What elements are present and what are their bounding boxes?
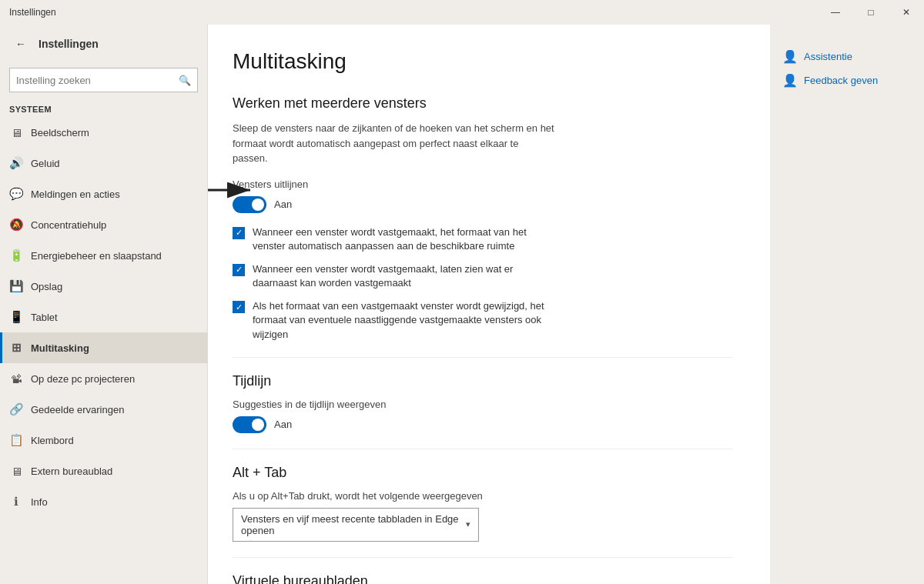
nav-label-opslag: Opslag <box>31 281 62 292</box>
nav-icon-energiebeheer: 🔋 <box>9 249 23 262</box>
sidebar-header: ← Instellingen <box>0 25 207 63</box>
sidebar-item-info[interactable]: ℹ Info <box>0 486 207 517</box>
sidebar-item-tablet[interactable]: 📱 Tablet <box>0 302 207 332</box>
nav-label-energiebeheer: Energiebeheer en slaapstand <box>31 250 162 262</box>
checkbox-0[interactable] <box>233 227 245 239</box>
titlebar-title: Instellingen <box>9 7 56 18</box>
nav-icon-opslag: 💾 <box>9 279 23 293</box>
nav-icon-concentratiehulp: 🔕 <box>9 218 23 232</box>
checkbox-label-0: Wanneer een venster wordt vastgemaakt, h… <box>253 225 556 253</box>
nav-label-extern: Extern bureaublad <box>31 466 112 477</box>
alttab-dropdown-value: Vensters en vijf meest recente tabbladen… <box>241 513 466 536</box>
search-box[interactable]: 🔍 <box>9 68 198 92</box>
nav-label-beeldscherm: Beeldscherm <box>31 127 89 138</box>
vensters-uitlijnen-label: Vensters uitlijnen <box>233 179 733 190</box>
search-input[interactable] <box>16 75 179 86</box>
checkbox-row-2: Als het formaat van een vastgemaakt vens… <box>233 299 556 342</box>
sidebar-item-projecteren[interactable]: 📽 Op deze pc projecteren <box>0 363 207 394</box>
toggle-knob <box>252 199 264 211</box>
nav-label-projecteren: Op deze pc projecteren <box>31 373 135 385</box>
vensters-description: Sleep de vensters naar de zijkanten of d… <box>233 121 556 166</box>
nav-label-concentratiehulp: Concentratiehulp <box>31 219 106 231</box>
right-links: 👤 Assistentie 👤 Feedback geven <box>782 49 912 88</box>
nav-icon-beeldscherm: 🖥 <box>9 125 23 139</box>
system-section-label: Systeem <box>0 100 207 117</box>
chevron-down-icon: ▾ <box>466 519 470 529</box>
tijdlijn-toggle-row: Aan <box>233 416 733 433</box>
right-panel: 👤 Assistentie 👤 Feedback geven <box>770 25 924 584</box>
sidebar-title: Instellingen <box>38 38 99 50</box>
tijdlijn-heading: Tijdlijn <box>233 373 733 389</box>
nav-label-info: Info <box>31 496 48 508</box>
app-container: ← Instellingen 🔍 Systeem 🖥 Beeldscherm 🔊… <box>0 25 924 584</box>
nav-icon-gedeelde: 🔗 <box>9 402 23 416</box>
back-button[interactable]: ← <box>9 32 32 55</box>
right-link-label-assistentie: Assistentie <box>804 51 852 62</box>
right-link-icon-assistentie: 👤 <box>782 49 798 64</box>
right-link-label-feedback: Feedback geven <box>804 75 878 86</box>
nav-label-gedeelde: Gedeelde ervaringen <box>31 404 124 415</box>
checkbox-row-1: Wanneer een venster wordt vastgemaakt, l… <box>233 262 556 290</box>
right-link-icon-feedback: 👤 <box>782 73 798 88</box>
checkbox-label-1: Wanneer een venster wordt vastgemaakt, l… <box>253 262 556 290</box>
vensters-uitlijnen-toggle[interactable] <box>233 196 266 213</box>
nav-label-meldingen: Meldingen en acties <box>31 189 120 200</box>
nav-list: 🖥 Beeldscherm 🔊 Geluid 💬 Meldingen en ac… <box>0 117 207 517</box>
alttab-dropdown-wrapper: Vensters en vijf meest recente tabbladen… <box>233 508 733 542</box>
vensters-uitlijnen-toggle-label: Aan <box>274 199 292 210</box>
checkbox-1[interactable] <box>233 264 245 276</box>
close-button[interactable]: ✕ <box>889 0 924 25</box>
tijdlijn-suggesties-label: Suggesties in de tijdlijn weergeven <box>233 399 733 410</box>
sidebar-item-klembord[interactable]: 📋 Klembord <box>0 425 207 456</box>
sidebar-item-extern[interactable]: 🖥 Extern bureaublad <box>0 456 207 486</box>
alttab-dropdown[interactable]: Vensters en vijf meest recente tabbladen… <box>233 508 479 542</box>
checkbox-row-0: Wanneer een venster wordt vastgemaakt, h… <box>233 225 556 253</box>
sidebar-item-concentratiehulp[interactable]: 🔕 Concentratiehulp <box>0 209 207 240</box>
sidebar-item-gedeelde[interactable]: 🔗 Gedeelde ervaringen <box>0 394 207 425</box>
nav-icon-projecteren: 📽 <box>9 372 23 385</box>
sidebar-item-meldingen[interactable]: 💬 Meldingen en acties <box>0 179 207 209</box>
tijdlijn-toggle-knob <box>252 419 264 431</box>
virtuele-heading: Virtuele bureaubladen <box>233 573 733 584</box>
nav-label-geluid: Geluid <box>31 158 60 169</box>
nav-label-tablet: Tablet <box>31 312 58 323</box>
alttab-desc-label: Als u op Alt+Tab drukt, wordt het volgen… <box>233 490 733 502</box>
sidebar: ← Instellingen 🔍 Systeem 🖥 Beeldscherm 🔊… <box>0 25 208 584</box>
nav-icon-meldingen: 💬 <box>9 187 23 201</box>
main-content: Multitasking Werken met meerdere venster… <box>208 25 770 584</box>
nav-icon-info: ℹ <box>9 495 23 509</box>
titlebar-controls: — □ ✕ <box>818 0 924 25</box>
checkboxes-container: Wanneer een venster wordt vastgemaakt, h… <box>233 225 733 342</box>
vensters-uitlijnen-toggle-row: Aan <box>233 196 733 213</box>
sidebar-item-geluid[interactable]: 🔊 Geluid <box>0 148 207 179</box>
sidebar-item-beeldscherm[interactable]: 🖥 Beeldscherm <box>0 117 207 148</box>
nav-icon-extern: 🖥 <box>9 464 23 478</box>
tijdlijn-toggle[interactable] <box>233 416 266 433</box>
titlebar: Instellingen — □ ✕ <box>0 0 924 25</box>
divider-1 <box>233 357 733 358</box>
nav-icon-tablet: 📱 <box>9 310 23 324</box>
tijdlijn-toggle-label: Aan <box>274 419 292 430</box>
search-icon: 🔍 <box>179 75 191 86</box>
page-title: Multitasking <box>233 49 733 74</box>
sidebar-item-opslag[interactable]: 💾 Opslag <box>0 271 207 302</box>
nav-icon-geluid: 🔊 <box>9 156 23 170</box>
maximize-button[interactable]: □ <box>853 0 889 25</box>
checkbox-label-2: Als het formaat van een vastgemaakt vens… <box>253 299 556 342</box>
nav-label-klembord: Klembord <box>31 435 74 446</box>
sidebar-item-multitasking[interactable]: ⊞ Multitasking <box>0 332 207 363</box>
right-link-assistentie[interactable]: 👤 Assistentie <box>782 49 912 64</box>
vensters-heading: Werken met meerdere vensters <box>233 95 733 112</box>
sidebar-item-energiebeheer[interactable]: 🔋 Energiebeheer en slaapstand <box>0 240 207 271</box>
checkbox-2[interactable] <box>233 301 245 313</box>
alttab-heading: Alt + Tab <box>233 465 733 481</box>
nav-icon-klembord: 📋 <box>9 433 23 447</box>
nav-icon-multitasking: ⊞ <box>9 341 23 355</box>
divider-3 <box>233 557 733 558</box>
minimize-button[interactable]: — <box>818 0 853 25</box>
right-link-feedback[interactable]: 👤 Feedback geven <box>782 73 912 88</box>
divider-2 <box>233 449 733 449</box>
nav-label-multitasking: Multitasking <box>31 342 89 354</box>
